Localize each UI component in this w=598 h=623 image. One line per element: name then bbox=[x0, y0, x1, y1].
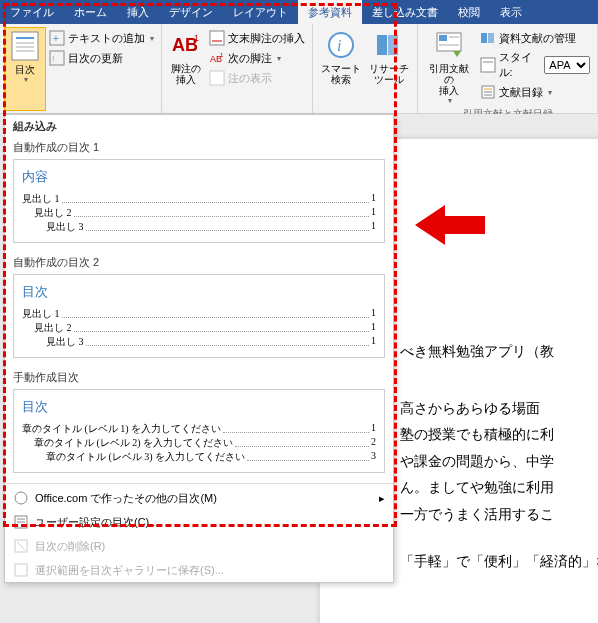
style-label: スタイル: bbox=[499, 50, 542, 80]
tab-references[interactable]: 参考資料 bbox=[298, 0, 362, 24]
menu-remove-toc: 目次の削除(R) bbox=[5, 534, 393, 558]
smart-lookup-icon: i bbox=[325, 29, 357, 61]
tab-insert[interactable]: 挿入 bbox=[117, 0, 159, 24]
update-toc-icon: ! bbox=[49, 50, 65, 66]
toc-icon bbox=[9, 30, 41, 62]
doc-line: や課金の問題から、中学 bbox=[400, 449, 598, 476]
svg-rect-21 bbox=[439, 35, 447, 41]
research-tool-label: リサーチ ツール bbox=[369, 63, 409, 85]
svg-rect-25 bbox=[488, 33, 494, 43]
svg-text:i: i bbox=[337, 37, 341, 54]
auto-toc-1-heading: 内容 bbox=[22, 168, 376, 186]
manage-sources-label: 資料文献の管理 bbox=[499, 31, 576, 46]
doc-line: べき無料勉強アプリ（教 bbox=[400, 339, 598, 366]
add-text-label: テキストの追加 bbox=[68, 31, 145, 46]
doc-line: ん。ましてや勉強に利用 bbox=[400, 475, 598, 502]
insert-footnote-button[interactable]: AB1 脚注の 挿入 bbox=[166, 27, 206, 111]
insert-citation-label: 引用文献の 挿入 bbox=[426, 63, 473, 96]
tab-design[interactable]: デザイン bbox=[159, 0, 223, 24]
smart-lookup-label: スマート 検索 bbox=[321, 63, 361, 85]
group-footnotes: AB1 脚注の 挿入 文末脚注の挿入 AB1 次の脚注 注の表示 bbox=[162, 24, 313, 113]
toc-gallery-dropdown: 組み込み 自動作成の目次 1 内容 見出し 11 見出し 21 見出し 31 自… bbox=[4, 114, 394, 583]
toc-button[interactable]: 目次 bbox=[4, 27, 46, 111]
citation-style-row: スタイル: APA bbox=[477, 49, 593, 81]
tab-home[interactable]: ホーム bbox=[64, 0, 117, 24]
insert-citation-button[interactable]: 引用文献の 挿入 bbox=[422, 27, 477, 107]
svg-rect-15 bbox=[210, 71, 224, 85]
menu-office-templates[interactable]: Office.com で作ったその他の目次(M) ▸ bbox=[5, 486, 393, 510]
style-icon bbox=[480, 57, 496, 73]
tab-mailings[interactable]: 差し込み文書 bbox=[362, 0, 448, 24]
research-tool-icon bbox=[373, 29, 405, 61]
svg-rect-18 bbox=[377, 35, 387, 55]
group-toc: 目次 + テキストの追加 ! 目次の更新 bbox=[0, 24, 162, 113]
endnote-icon bbox=[209, 30, 225, 46]
menu-save-selection: 選択範囲を目次ギャラリーに保存(S)... bbox=[5, 558, 393, 582]
svg-text:!: ! bbox=[52, 54, 55, 64]
auto-toc-2-preview[interactable]: 目次 見出し 11 見出し 21 見出し 31 bbox=[13, 274, 385, 358]
insert-endnote-button[interactable]: 文末脚注の挿入 bbox=[206, 29, 308, 47]
builtin-section-label: 組み込み bbox=[5, 115, 393, 138]
bibliography-icon bbox=[480, 84, 496, 100]
manual-toc-heading: 目次 bbox=[22, 398, 376, 416]
next-footnote-icon: AB1 bbox=[209, 50, 225, 66]
menu-remove-label: 目次の削除(R) bbox=[35, 539, 105, 554]
chevron-right-icon: ▸ bbox=[379, 492, 385, 505]
svg-marker-39 bbox=[415, 205, 485, 245]
insert-footnote-label: 脚注の 挿入 bbox=[171, 63, 201, 85]
office-icon bbox=[13, 490, 29, 506]
show-notes-label: 注の表示 bbox=[228, 71, 272, 86]
ribbon-tabs: ファイル ホーム 挿入 デザイン レイアウト 参考資料 差し込み文書 校閲 表示 bbox=[0, 0, 598, 24]
auto-toc-1-title: 自動作成の目次 1 bbox=[5, 138, 393, 157]
tab-review[interactable]: 校閲 bbox=[448, 0, 490, 24]
svg-rect-38 bbox=[15, 564, 27, 576]
update-toc-label: 目次の更新 bbox=[68, 51, 123, 66]
footnote-icon: AB1 bbox=[170, 29, 202, 61]
menu-custom-toc[interactable]: ユーザー設定の目次(C)... bbox=[5, 510, 393, 534]
svg-rect-19 bbox=[388, 35, 398, 55]
svg-text:1: 1 bbox=[220, 52, 224, 58]
svg-rect-11 bbox=[210, 31, 224, 45]
manual-toc-title: 手動作成目次 bbox=[5, 368, 393, 387]
svg-rect-0 bbox=[12, 32, 38, 60]
insert-endnote-label: 文末脚注の挿入 bbox=[228, 31, 305, 46]
show-notes-button[interactable]: 注の表示 bbox=[206, 69, 308, 87]
smart-lookup-button[interactable]: i スマート 検索 bbox=[317, 27, 365, 111]
manage-sources-button[interactable]: 資料文献の管理 bbox=[477, 29, 593, 47]
ribbon: 目次 + テキストの追加 ! 目次の更新 AB1 脚注の 挿入 bbox=[0, 24, 598, 114]
next-footnote-label: 次の脚注 bbox=[228, 51, 272, 66]
remove-toc-icon bbox=[13, 538, 29, 554]
tab-layout[interactable]: レイアウト bbox=[223, 0, 298, 24]
update-toc-button[interactable]: ! 目次の更新 bbox=[46, 49, 157, 67]
doc-line: 高さからあらゆる場面 bbox=[400, 396, 598, 423]
auto-toc-2-heading: 目次 bbox=[22, 283, 376, 301]
doc-line: 「手軽」で「便利」「経済的」なアプリ bbox=[400, 549, 598, 576]
add-text-button[interactable]: + テキストの追加 bbox=[46, 29, 157, 47]
add-text-icon: + bbox=[49, 30, 65, 46]
svg-text:+: + bbox=[53, 33, 59, 44]
doc-line: 一方でうまく活用するこ bbox=[400, 502, 598, 529]
citation-icon bbox=[433, 29, 465, 61]
toc-button-label: 目次 bbox=[15, 64, 35, 75]
bibliography-button[interactable]: 文献目録 bbox=[477, 83, 593, 101]
svg-rect-26 bbox=[481, 58, 495, 72]
show-notes-icon bbox=[209, 70, 225, 86]
tab-view[interactable]: 表示 bbox=[490, 0, 532, 24]
svg-text:1: 1 bbox=[194, 33, 199, 43]
bibliography-label: 文献目録 bbox=[499, 85, 543, 100]
manual-toc-preview[interactable]: 目次 章のタイトル (レベル 1) を入力してください1 章のタイトル (レベル… bbox=[13, 389, 385, 473]
tab-file[interactable]: ファイル bbox=[0, 0, 64, 24]
menu-custom-label: ユーザー設定の目次(C)... bbox=[35, 515, 158, 530]
auto-toc-1-preview[interactable]: 内容 見出し 11 見出し 21 見出し 31 bbox=[13, 159, 385, 243]
svg-point-32 bbox=[15, 492, 27, 504]
save-gallery-icon bbox=[13, 562, 29, 578]
auto-toc-2-title: 自動作成の目次 2 bbox=[5, 253, 393, 272]
doc-line: 塾の授業でも積極的に利 bbox=[400, 422, 598, 449]
research-tool-button[interactable]: リサーチ ツール bbox=[365, 27, 413, 111]
menu-office-label: Office.com で作ったその他の目次(M) bbox=[35, 491, 217, 506]
next-footnote-button[interactable]: AB1 次の脚注 bbox=[206, 49, 308, 67]
menu-save-label: 選択範囲を目次ギャラリーに保存(S)... bbox=[35, 563, 224, 578]
manage-sources-icon bbox=[480, 30, 496, 46]
svg-rect-24 bbox=[481, 33, 487, 43]
citation-style-select[interactable]: APA bbox=[544, 56, 590, 74]
